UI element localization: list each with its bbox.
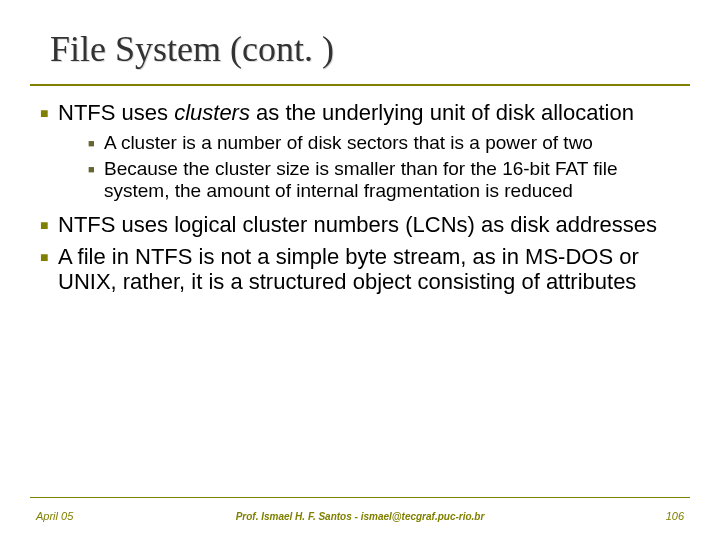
sub-bullet-2-text: Because the cluster size is smaller than…	[104, 158, 680, 202]
bullet-1-sublist: ■ A cluster is a number of disk sectors …	[88, 132, 680, 202]
footer-author: Prof. Ismael H. F. Santos - ismael@tecgr…	[0, 511, 720, 522]
bullet-1: ■ NTFS uses clusters as the underlying u…	[40, 100, 680, 126]
bullet-1-text: NTFS uses clusters as the underlying uni…	[58, 100, 680, 126]
square-bullet-icon: ■	[40, 244, 58, 295]
bullet-2: ■ NTFS uses logical cluster numbers (LCN…	[40, 212, 680, 238]
slide-title: File System (cont. )	[50, 28, 334, 70]
bullet-1-pre: NTFS uses	[58, 100, 174, 125]
slide: File System (cont. ) ■ NTFS uses cluster…	[0, 0, 720, 540]
sub-bullet-2: ■ Because the cluster size is smaller th…	[88, 158, 680, 202]
title-underline	[30, 84, 690, 86]
footer-page-number: 106	[666, 510, 684, 522]
bullet-3-text: A file in NTFS is not a simple byte stre…	[58, 244, 680, 295]
bullet-1-post: as the underlying unit of disk allocatio…	[250, 100, 634, 125]
bullet-3: ■ A file in NTFS is not a simple byte st…	[40, 244, 680, 295]
sub-bullet-1-text: A cluster is a number of disk sectors th…	[104, 132, 680, 154]
square-bullet-icon: ■	[40, 212, 58, 238]
content-area: ■ NTFS uses clusters as the underlying u…	[40, 100, 680, 300]
square-bullet-icon: ■	[88, 132, 104, 154]
sub-bullet-1: ■ A cluster is a number of disk sectors …	[88, 132, 680, 154]
footer-divider	[30, 497, 690, 498]
square-bullet-icon: ■	[40, 100, 58, 126]
bullet-2-text: NTFS uses logical cluster numbers (LCNs)…	[58, 212, 680, 238]
bullet-1-em: clusters	[174, 100, 250, 125]
square-bullet-icon: ■	[88, 158, 104, 202]
